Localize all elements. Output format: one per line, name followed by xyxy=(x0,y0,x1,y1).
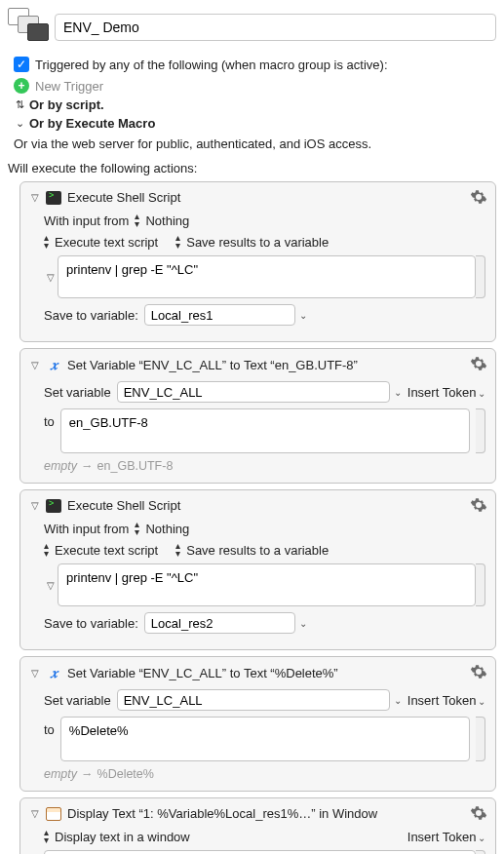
chevron-down-icon: ⌄ xyxy=(478,388,485,399)
to-label: to xyxy=(44,717,55,737)
action-execute-shell-1: ▽ Execute Shell Script With input from ▴… xyxy=(19,181,496,342)
display-text-textarea[interactable] xyxy=(44,850,476,854)
macro-title-input[interactable] xyxy=(55,14,496,41)
updown-icon[interactable]: ▴▾ xyxy=(44,234,49,250)
terminal-icon xyxy=(46,499,61,513)
trigger-enabled-checkbox[interactable]: ✓ xyxy=(14,57,29,72)
chevron-down-icon: ⌄ xyxy=(478,833,485,843)
gear-icon xyxy=(470,355,487,372)
value-textarea[interactable] xyxy=(60,408,470,453)
action-set-variable-2: ▽ 𝑥 Set Variable “ENV_LC_ALL” to Text “%… xyxy=(19,656,496,792)
action-title: Set Variable “ENV_LC_ALL” to Text “%Dele… xyxy=(67,666,338,680)
gear-icon xyxy=(470,496,487,514)
insert-token-button[interactable]: Insert Token ⌄ xyxy=(407,385,485,400)
resize-handle[interactable] xyxy=(476,408,485,453)
updown-icon[interactable]: ▴▾ xyxy=(44,542,49,558)
save-results-label[interactable]: Save results to a variable xyxy=(186,543,329,558)
execute-mode-label[interactable]: Execute text script xyxy=(55,235,158,250)
variable-icon: 𝑥 xyxy=(46,357,61,373)
action-set-variable-1: ▽ 𝑥 Set Variable “ENV_LC_ALL” to Text “e… xyxy=(19,348,496,484)
or-by-execute-macro-label: Or by Execute Macro xyxy=(29,116,155,131)
variable-name-input[interactable] xyxy=(117,381,390,403)
terminal-icon xyxy=(46,191,61,205)
trigger-label: Triggered by any of the following (when … xyxy=(35,58,388,72)
script-textarea[interactable] xyxy=(58,563,476,606)
gear-icon xyxy=(470,804,487,822)
resize-handle[interactable] xyxy=(476,850,485,854)
with-input-label: With input from xyxy=(44,214,129,228)
value-preview: empty→en_GB.UTF-8 xyxy=(44,459,485,473)
or-by-execute-macro-row[interactable]: ⌄ Or by Execute Macro xyxy=(14,116,496,131)
disclosure-open-icon[interactable]: ▽ xyxy=(46,580,56,591)
chevron-down-icon[interactable]: ⌄ xyxy=(394,695,402,706)
insert-token-button[interactable]: Insert Token ⌄ xyxy=(407,830,485,844)
updown-icon[interactable]: ▴▾ xyxy=(135,213,139,228)
window-icon xyxy=(46,807,61,821)
to-label: to xyxy=(44,408,55,429)
set-variable-label: Set variable xyxy=(44,693,111,708)
disclosure-open-icon[interactable]: ▽ xyxy=(30,500,40,511)
new-trigger-button[interactable]: + New Trigger xyxy=(14,78,496,94)
chevron-down-icon[interactable]: ⌄ xyxy=(299,310,307,321)
updown-icon[interactable]: ▴▾ xyxy=(44,829,49,844)
or-by-script-row[interactable]: ⇅ Or by script. xyxy=(14,97,496,112)
or-web-label: Or via the web server for public, authen… xyxy=(14,136,496,151)
action-gear-button[interactable] xyxy=(470,804,487,825)
updown-icon[interactable]: ▴▾ xyxy=(175,234,180,250)
save-variable-input[interactable] xyxy=(144,612,295,634)
disclosure-open-icon[interactable]: ▽ xyxy=(30,360,40,370)
action-gear-button[interactable] xyxy=(470,496,487,517)
action-execute-shell-2: ▽ Execute Shell Script With input from ▴… xyxy=(19,489,496,650)
disclosure-open-icon[interactable]: ▽ xyxy=(46,272,56,283)
action-title: Set Variable “ENV_LC_ALL” to Text “en_GB… xyxy=(67,358,358,372)
disclosure-open-icon[interactable]: ▽ xyxy=(30,808,40,819)
with-input-label: With input from xyxy=(44,522,129,536)
action-title: Execute Shell Script xyxy=(67,190,180,205)
gear-icon xyxy=(470,188,487,206)
or-by-script-label: Or by script. xyxy=(29,97,104,112)
action-title: Display Text “1: %Variable%Local_res1%…”… xyxy=(67,806,377,821)
updown-icon[interactable]: ▴▾ xyxy=(135,521,139,536)
trigger-section: ✓ Triggered by any of the following (whe… xyxy=(14,57,496,151)
gear-icon xyxy=(470,663,487,680)
set-variable-label: Set variable xyxy=(44,385,111,400)
variable-name-input[interactable] xyxy=(117,689,390,711)
chevron-down-icon: ⌄ xyxy=(14,117,25,130)
save-to-variable-label: Save to variable: xyxy=(44,616,138,631)
action-display-text: ▽ Display Text “1: %Variable%Local_res1%… xyxy=(19,797,496,854)
disclosure-open-icon[interactable]: ▽ xyxy=(30,668,40,679)
insert-token-button[interactable]: Insert Token ⌄ xyxy=(407,693,485,708)
variable-icon: 𝑥 xyxy=(46,665,61,681)
plus-icon: + xyxy=(14,78,29,94)
resize-handle[interactable] xyxy=(476,255,485,298)
chevron-down-icon[interactable]: ⌄ xyxy=(299,618,307,629)
chevron-down-icon[interactable]: ⌄ xyxy=(394,387,402,398)
save-variable-input[interactable] xyxy=(144,304,295,326)
input-source-value[interactable]: Nothing xyxy=(145,522,189,536)
action-title: Execute Shell Script xyxy=(67,498,180,513)
save-results-label[interactable]: Save results to a variable xyxy=(186,235,329,250)
actions-list: ▽ Execute Shell Script With input from ▴… xyxy=(19,181,496,854)
new-trigger-label: New Trigger xyxy=(35,79,103,94)
updown-icon: ⇅ xyxy=(14,98,25,111)
action-gear-button[interactable] xyxy=(470,663,487,683)
display-mode-label[interactable]: Display text in a window xyxy=(55,830,190,844)
resize-handle[interactable] xyxy=(476,717,485,761)
save-to-variable-label: Save to variable: xyxy=(44,308,138,323)
macro-header xyxy=(8,8,496,47)
script-textarea[interactable] xyxy=(58,255,476,298)
execute-mode-label[interactable]: Execute text script xyxy=(55,543,158,558)
value-textarea[interactable] xyxy=(60,717,470,761)
disclosure-open-icon[interactable]: ▽ xyxy=(30,192,40,203)
action-gear-button[interactable] xyxy=(470,355,487,375)
actions-heading: Will execute the following actions: xyxy=(8,161,496,175)
chevron-down-icon: ⌄ xyxy=(478,696,485,707)
input-source-value[interactable]: Nothing xyxy=(145,214,189,228)
action-gear-button[interactable] xyxy=(470,188,487,209)
macro-group-icon xyxy=(8,8,47,47)
value-preview: empty→%Delete% xyxy=(44,767,485,781)
resize-handle[interactable] xyxy=(476,563,485,606)
updown-icon[interactable]: ▴▾ xyxy=(175,542,180,558)
